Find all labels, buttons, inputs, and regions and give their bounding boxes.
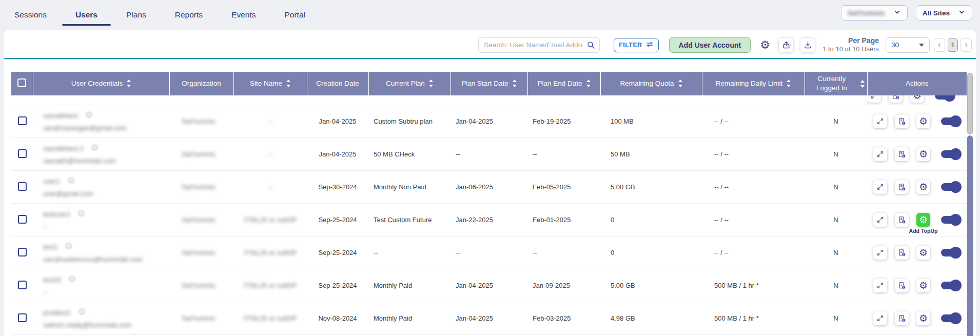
- row-checkbox[interactable]: [18, 281, 27, 289]
- plan-info-icon[interactable]: [895, 311, 909, 325]
- tab-events[interactable]: Events: [231, 0, 256, 30]
- filter-button[interactable]: FILTER: [614, 38, 658, 52]
- user-email: --: [43, 288, 169, 296]
- tab-users[interactable]: Users: [75, 0, 97, 30]
- column-label: Remaining Quota: [620, 79, 674, 88]
- user-info-icon[interactable]: [68, 275, 76, 284]
- user-info-icon[interactable]: [91, 144, 99, 153]
- download-icon[interactable]: [800, 37, 815, 53]
- user-settings-icon[interactable]: ⚙: [910, 95, 924, 103]
- currently-logged-in-cell: N: [805, 236, 867, 269]
- table-row: test1 sarrahsadeescus@hummlab.com SatYum…: [11, 236, 967, 269]
- status-toggle[interactable]: [941, 314, 961, 322]
- table-scrollbar[interactable]: [967, 72, 973, 336]
- page-number-button[interactable]: 1: [948, 38, 958, 52]
- expand-icon[interactable]: [873, 213, 887, 227]
- column-header-plan-end-date[interactable]: Plan End Date: [527, 72, 600, 95]
- row-checkbox[interactable]: [18, 182, 27, 191]
- add-topup-icon[interactable]: ⚙ Add TopUp: [916, 213, 930, 227]
- previous-page-button[interactable]: [934, 38, 945, 52]
- column-header-current-plan[interactable]: Current Plan: [368, 72, 450, 95]
- row-checkbox[interactable]: [18, 215, 27, 224]
- column-header-remaining-daily-limit[interactable]: Remaining Daily Limit: [702, 72, 805, 95]
- organization-selector[interactable]: SatYummis: [841, 5, 908, 21]
- expand-icon[interactable]: [873, 246, 887, 260]
- plan-info-icon[interactable]: [895, 213, 909, 227]
- sort-arrows-icon[interactable]: [429, 80, 433, 87]
- plan-info-icon[interactable]: [895, 246, 909, 260]
- column-header-remaining-quota[interactable]: Remaining Quota: [600, 72, 702, 95]
- status-toggle[interactable]: [941, 216, 961, 224]
- plan-info-icon[interactable]: [895, 180, 909, 194]
- status-toggle[interactable]: [941, 183, 961, 191]
- user-info-icon[interactable]: [65, 242, 72, 251]
- expand-icon[interactable]: [873, 180, 887, 194]
- status-toggle[interactable]: [935, 95, 954, 100]
- user-credentials-cell: test1 sarrahsadeescus@hummlab.com: [33, 236, 169, 269]
- expand-icon[interactable]: [873, 114, 887, 128]
- expand-icon[interactable]: [873, 311, 887, 325]
- status-toggle[interactable]: [941, 150, 961, 158]
- user-settings-icon[interactable]: ⚙: [916, 311, 930, 325]
- user-settings-icon[interactable]: ⚙: [916, 246, 930, 260]
- plan-end-date-cell: Feb-01-2025: [527, 204, 600, 236]
- user-settings-icon[interactable]: ⚙: [916, 180, 930, 194]
- upload-icon[interactable]: [778, 37, 794, 53]
- user-info-icon[interactable]: [77, 209, 85, 219]
- plan-info-icon[interactable]: [895, 147, 909, 161]
- search-box: [478, 37, 600, 53]
- tab-plans[interactable]: Plans: [126, 0, 146, 30]
- column-header-site-name[interactable]: Site Name: [233, 72, 307, 95]
- row-checkbox[interactable]: [18, 313, 27, 322]
- user-email: --: [43, 223, 169, 230]
- row-select-cell: [11, 204, 33, 236]
- sort-arrows-icon[interactable]: [787, 80, 791, 87]
- username: user1: [43, 177, 60, 185]
- sort-arrows-icon[interactable]: [127, 80, 131, 87]
- plan-info-icon[interactable]: [895, 279, 909, 292]
- next-page-button[interactable]: [961, 38, 972, 52]
- row-checkbox[interactable]: [18, 248, 27, 256]
- expand-icon[interactable]: [873, 147, 887, 161]
- site-selector[interactable]: All Sites: [916, 5, 972, 21]
- current-plan-cell: Test Custom Future: [368, 204, 450, 236]
- expand-icon[interactable]: [867, 95, 881, 103]
- organization-value: SatYummis: [182, 249, 215, 256]
- tab-portal[interactable]: Portal: [284, 0, 305, 30]
- site-name-cell: --: [233, 171, 307, 204]
- user-settings-icon[interactable]: ⚙: [916, 114, 930, 128]
- column-header-user-credentials[interactable]: User Credentials: [33, 72, 169, 95]
- expand-icon[interactable]: [873, 279, 887, 292]
- scrollbar-thumb[interactable]: [967, 73, 973, 134]
- search-input[interactable]: [478, 37, 600, 53]
- site-name-cell: ITSIL25 or suitOP: [233, 302, 307, 335]
- per-page-select[interactable]: 30: [886, 37, 930, 53]
- actions-cell: ⚙: [867, 302, 967, 335]
- status-toggle[interactable]: [941, 282, 961, 289]
- select-all-checkbox[interactable]: [17, 78, 26, 87]
- user-info-icon[interactable]: [85, 111, 93, 120]
- sort-arrows-icon[interactable]: [286, 80, 290, 87]
- plan-info-icon[interactable]: [895, 114, 909, 128]
- sort-arrows-icon[interactable]: [678, 80, 682, 87]
- search-icon[interactable]: [586, 41, 596, 52]
- user-info-icon[interactable]: [78, 308, 86, 317]
- user-info-icon[interactable]: [67, 176, 75, 186]
- user-settings-icon[interactable]: ⚙: [916, 147, 930, 161]
- add-user-account-button[interactable]: Add User Account: [669, 37, 751, 53]
- table-settings-gear-icon[interactable]: ⚙: [758, 38, 772, 52]
- sort-arrows-icon[interactable]: [513, 80, 517, 87]
- plan-info-icon[interactable]: [889, 95, 903, 103]
- tab-sessions[interactable]: Sessions: [14, 0, 47, 30]
- user-settings-icon[interactable]: ⚙: [916, 279, 930, 292]
- sort-arrows-icon[interactable]: [586, 80, 591, 87]
- column-header-plan-start-date[interactable]: Plan Start Date: [450, 72, 527, 95]
- column-header-currently-logged-in[interactable]: Currently Logged In: [805, 72, 867, 95]
- row-checkbox[interactable]: [18, 116, 27, 125]
- status-toggle[interactable]: [941, 249, 961, 256]
- sort-arrows-icon[interactable]: [860, 80, 865, 88]
- status-toggle[interactable]: [941, 117, 961, 125]
- row-checkbox[interactable]: [18, 149, 27, 158]
- organization-value: SatYummis: [182, 216, 215, 224]
- tab-reports[interactable]: Reports: [175, 0, 203, 30]
